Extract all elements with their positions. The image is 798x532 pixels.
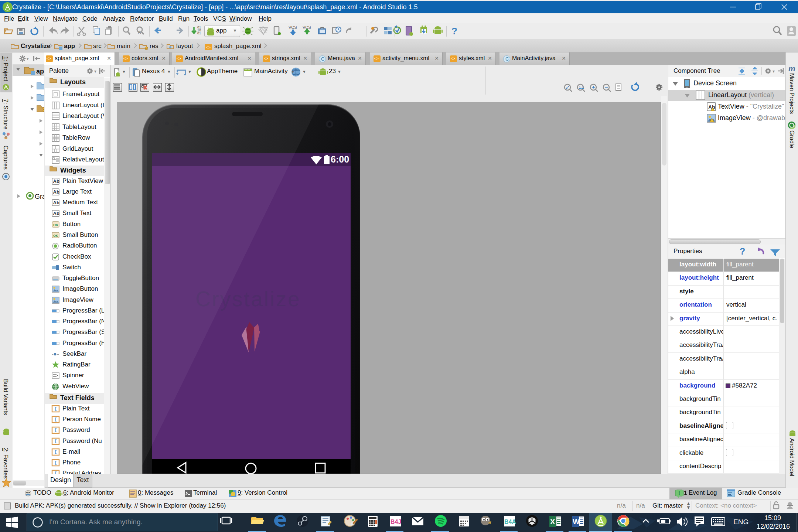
- svg-text:01: 01: [197, 31, 201, 35]
- svg-text:X: X: [550, 518, 555, 526]
- svg-text:1:1: 1:1: [579, 86, 584, 89]
- svg-text:VCS: VCS: [289, 25, 297, 30]
- svg-text:▾: ▾: [94, 69, 96, 74]
- svg-text:B4J: B4J: [391, 519, 401, 525]
- svg-text:B4A: B4A: [504, 519, 516, 525]
- svg-text:!: !: [678, 490, 680, 496]
- svg-text:A: A: [138, 30, 141, 35]
- svg-text:app: app: [36, 68, 44, 75]
- svg-text:<>: <>: [206, 45, 211, 50]
- svg-text:⤢: ⤢: [566, 85, 569, 89]
- svg-text:Gra: Gra: [35, 193, 44, 200]
- svg-text:▾: ▾: [773, 69, 775, 74]
- svg-text:?: ?: [740, 246, 745, 256]
- svg-text:W: W: [573, 518, 580, 526]
- svg-text:?: ?: [451, 25, 457, 37]
